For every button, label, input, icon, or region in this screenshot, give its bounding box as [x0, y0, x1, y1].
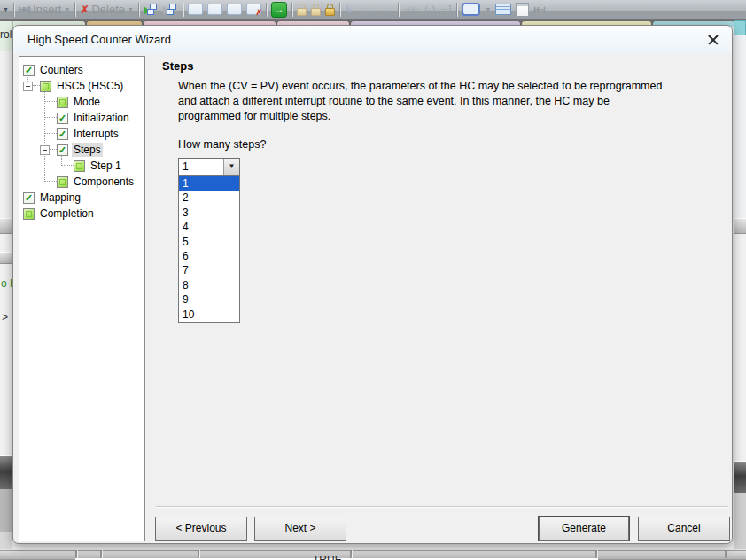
tree-connector [61, 165, 74, 167]
app-toolbar: ▼ HH) Insert ▼ ✗ Delete ▼ ✗ → ↳ ↓ → → [0, 0, 746, 19]
tree-connector-line [61, 155, 63, 166]
cell-divider [75, 550, 77, 558]
right-splitter-bar[interactable] [734, 461, 746, 494]
dropdown-option-9[interactable]: 9 [179, 292, 239, 307]
box-icon[interactable]: ⊣] [440, 4, 453, 14]
dropdown-option-3[interactable]: 3 [179, 206, 239, 220]
tree-expander-icon[interactable] [40, 145, 50, 155]
dropdown-option-2[interactable]: 2 [179, 191, 239, 205]
tree-item-label: Completion [38, 206, 96, 221]
right-tab-sliver[interactable] [734, 20, 746, 35]
cancel-button[interactable]: Cancel [638, 517, 730, 541]
unchecked-checkbox-icon[interactable] [23, 208, 35, 220]
force-lock-icon-1[interactable] [297, 4, 307, 15]
close-icon[interactable] [703, 31, 723, 49]
dropdown-option-8[interactable]: 8 [179, 278, 239, 292]
steps-combobox[interactable]: 1 ▼ [178, 158, 240, 175]
unchecked-checkbox-icon[interactable] [57, 97, 68, 108]
insert-network-icon: HH) [19, 5, 30, 14]
tree-item-label: Components [72, 175, 136, 189]
tree-item-interrupts[interactable]: ✓Interrupts [19, 126, 144, 142]
contact-icon[interactable]: ⊣⊢ [403, 4, 420, 14]
hsc-wizard-dialog: High Speed Counter Wizard ✓CountersHSC5 … [12, 25, 733, 544]
force-lock-icon-3[interactable] [325, 4, 335, 15]
checked-checkbox-icon[interactable]: ✓ [57, 144, 68, 156]
checked-checkbox-icon[interactable]: ✓ [23, 65, 35, 76]
unchecked-checkbox-icon[interactable] [57, 176, 68, 188]
left-panel-band [0, 218, 12, 234]
compile-icon[interactable] [144, 4, 159, 16]
steps-dropdown-list: 12345678910 [178, 175, 240, 323]
cell-divider [198, 550, 199, 558]
toolbar-separator [339, 3, 340, 17]
dropdown-option-1[interactable]: 1 [179, 176, 239, 191]
status-chart-value: TRUE [313, 554, 342, 560]
right-panel-band [734, 218, 746, 234]
coil-icon[interactable]: ( ) [424, 4, 435, 14]
unchecked-checkbox-icon[interactable] [74, 160, 85, 172]
tree-item-label: Steps [72, 143, 103, 157]
table-icon[interactable] [495, 4, 511, 15]
tree-item-step-1[interactable]: Step 1 [19, 158, 144, 174]
combobox-dropdown-icon[interactable]: ▼ [223, 159, 239, 175]
notes-icon[interactable] [516, 3, 529, 17]
file-icon-1[interactable] [188, 4, 203, 15]
tree-item-mode[interactable]: Mode [19, 94, 144, 110]
tree-connector [44, 181, 57, 183]
previous-button[interactable]: < Previous [155, 517, 247, 541]
dropdown-option-10[interactable]: 10 [179, 307, 239, 322]
tree-item-mapping[interactable]: ✓Mapping [19, 190, 144, 206]
cell-divider [595, 550, 597, 558]
run-icon[interactable]: → [271, 2, 287, 18]
status-chart-sliver [0, 549, 746, 560]
file-icon-3[interactable] [227, 4, 242, 15]
insert-network-button[interactable]: HH) Insert ▼ [19, 3, 70, 16]
nav-branch-icon[interactable]: ↳ [345, 4, 354, 16]
file-icon-2[interactable] [207, 4, 222, 15]
tree-expander-icon[interactable] [23, 82, 33, 91]
tree-item-steps[interactable]: ✓Steps [19, 142, 144, 158]
tree-item-label: Interrupts [72, 127, 120, 141]
tree-item-hsc5-hsc5[interactable]: HSC5 (HSC5) [19, 78, 144, 94]
tree-connector-line [44, 92, 46, 182]
delete-network-button[interactable]: ✗ Delete ▼ [80, 3, 134, 16]
cell-divider [725, 550, 727, 558]
clipped-icon: H⊣ [533, 5, 544, 14]
tree-item-initialization[interactable]: ✓Initialization [19, 110, 144, 126]
force-lock-icon-2[interactable] [311, 4, 321, 15]
nav-down-icon[interactable]: ↓ [358, 4, 363, 16]
right-panel [734, 35, 746, 218]
tree-item-label: Initialization [72, 111, 131, 125]
dialog-titlebar[interactable]: High Speed Counter Wizard [13, 26, 732, 54]
tree-item-label: Step 1 [89, 159, 123, 173]
dropdown-option-7[interactable]: 7 [179, 263, 239, 277]
nav-right-icon-1[interactable]: → [368, 4, 378, 16]
active-tab-label-fragment[interactable]: rol [0, 21, 13, 51]
next-button[interactable]: Next > [254, 517, 346, 541]
generate-button[interactable]: Generate [539, 517, 629, 541]
toolbar-separator [138, 3, 139, 17]
app-screen: ▼ HH) Insert ▼ ✗ Delete ▼ ✗ → ↳ ↓ → → [0, 0, 746, 560]
dropdown-option-6[interactable]: 6 [179, 249, 239, 263]
tree-item-completion[interactable]: Completion [19, 206, 144, 222]
checked-checkbox-icon[interactable]: ✓ [57, 113, 68, 124]
right-panel-block [734, 493, 746, 549]
nav-right-icon-2[interactable]: → [383, 4, 393, 16]
combobox-value: 1 [183, 160, 189, 173]
page-title: Steps [162, 59, 193, 73]
left-splitter-bar[interactable] [0, 455, 12, 490]
toolbar-separator [398, 3, 399, 17]
dropdown-option-4[interactable]: 4 [179, 220, 239, 234]
tree-item-counters[interactable]: ✓Counters [19, 62, 144, 78]
toolbar-overflow-icon[interactable]: ▼ [3, 6, 9, 12]
chevron-down-icon: ▼ [485, 6, 491, 12]
unchecked-checkbox-icon[interactable] [40, 81, 51, 92]
compare-icon[interactable] [163, 4, 178, 16]
file-delete-icon[interactable]: ✗ [246, 4, 261, 15]
tree-item-label: Mapping [38, 191, 82, 205]
checked-checkbox-icon[interactable]: ✓ [23, 192, 35, 204]
dropdown-option-5[interactable]: 5 [179, 235, 239, 249]
checked-checkbox-icon[interactable]: ✓ [57, 128, 68, 140]
tree-item-components[interactable]: Components [19, 174, 144, 190]
wordbox-icon[interactable] [462, 3, 480, 16]
